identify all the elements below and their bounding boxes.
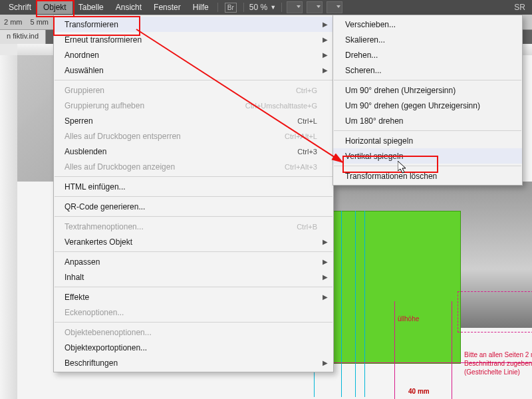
menu-item-label: Erneut transformieren [65, 35, 317, 45]
measurement-2: 5 mm [27, 18, 53, 26]
cyan-guide[interactable] [341, 211, 342, 397]
menu-item: Gruppierung aufhebenCtrl+Umschalttaste+G [54, 98, 333, 113]
menu-item[interactable]: SperrenCtrl+L [54, 113, 333, 128]
menu-tabelle[interactable]: Tabelle [72, 1, 110, 14]
menu-item: Alles auf Druckbogen entsperrenCtrl+Alt+… [54, 128, 333, 144]
note-line: Beschnittrand zugeben! [464, 359, 532, 368]
menu-item-label: Beschriftungen [65, 358, 317, 368]
menu-separator [55, 80, 332, 80]
menu-item[interactable]: Anordnen▶ [54, 47, 333, 63]
submenu-arrow-icon: ▶ [323, 293, 328, 301]
menu-item: GruppierenCtrl+G [54, 82, 333, 98]
menu-item-label: Anordnen [65, 51, 317, 60]
cyan-guide[interactable] [355, 211, 356, 397]
menu-item[interactable]: Drehen... [333, 47, 522, 63]
menu-separator [55, 322, 332, 323]
annotation-highlight [36, 0, 74, 17]
menu-item[interactable]: Um 180° drehen [333, 113, 522, 128]
menu-ansicht[interactable]: Ansicht [110, 1, 148, 14]
annotation-highlight [342, 156, 438, 173]
magenta-dashed-box[interactable] [458, 291, 532, 332]
menu-shortcut: Ctrl+G [296, 86, 317, 94]
menu-item[interactable]: AusblendenCtrl+3 [54, 144, 333, 159]
menu-item-label: Textrahmenoptionen... [65, 222, 297, 231]
menu-hilfe[interactable]: Hilfe [187, 1, 215, 14]
menu-separator [55, 196, 332, 197]
menu-item[interactable]: Objektexportoptionen... [54, 340, 333, 355]
zoom-selector[interactable]: 50 %▼ [249, 3, 276, 12]
chevron-down-icon: ▼ [270, 4, 276, 11]
cyan-guide[interactable] [364, 211, 365, 397]
menu-separator [55, 251, 332, 252]
menu-item[interactable]: Scheren... [333, 63, 522, 78]
measurement-1: 2 mm [0, 18, 27, 26]
menu-item[interactable]: Verschieben... [333, 17, 522, 32]
workspace-label[interactable]: SR [514, 3, 525, 12]
menu-shortcut: Ctrl+L [297, 117, 317, 125]
menu-item-label: Alles auf Druckbogen entsperren [65, 132, 285, 141]
menu-item-label: Gruppieren [65, 86, 296, 95]
menu-item[interactable]: Inhalt▶ [54, 269, 333, 285]
annotation-text: üllhöhe [398, 315, 419, 323]
menu-item-label: Effekte [65, 293, 317, 302]
menu-item-label: Scheren... [345, 66, 382, 75]
magenta-guide[interactable] [394, 301, 395, 399]
menu-item-label: QR-Code generieren... [65, 202, 317, 211]
menubar-separator [217, 3, 218, 12]
menu-item[interactable]: Effekte▶ [54, 289, 333, 305]
submenu-arrow-icon: ▶ [323, 21, 328, 28]
menu-item[interactable]: Um 90° drehen (gegen Uhrzeigersinn) [333, 98, 522, 113]
menu-item[interactable]: Auswählen▶ [54, 63, 333, 78]
menu-separator [55, 176, 332, 177]
vertical-ruler[interactable] [0, 55, 18, 399]
menu-item: Objektebenenoptionen... [54, 325, 333, 340]
menu-item[interactable]: Verankertes Objekt▶ [54, 234, 333, 249]
magenta-guide[interactable] [452, 301, 452, 399]
menu-item[interactable]: HTML einfügen... [54, 179, 333, 194]
menu-item-label: Objektexportoptionen... [65, 343, 317, 352]
submenu-arrow-icon: ▶ [323, 258, 328, 265]
submenu-arrow-icon: ▶ [323, 66, 328, 74]
menu-item-label: Auswählen [65, 66, 317, 75]
menu-item-label: Sperren [65, 116, 297, 126]
view-options-button[interactable] [287, 1, 303, 13]
menu-separator [334, 130, 521, 131]
menu-item-label: Objektebenenoptionen... [65, 328, 317, 337]
note-line: (Gestrichelte Linie) [464, 368, 532, 376]
menubar: Schrift Objekt Tabelle Ansicht Fenster H… [0, 0, 532, 15]
menu-item-label: Inhalt [65, 273, 317, 282]
menu-item[interactable]: Um 90° drehen (Uhrzeigersinn) [333, 82, 522, 98]
screen-mode-button[interactable] [307, 1, 323, 13]
menu-item-label: Alles auf Druckbogen anzeigen [65, 162, 285, 172]
menu-fenster[interactable]: Fenster [148, 1, 187, 14]
submenu-arrow-icon: ▶ [323, 51, 328, 59]
menu-shortcut: Ctrl+Umschalttaste+G [245, 102, 317, 110]
menu-item[interactable]: Horizontal spiegeln [333, 133, 522, 148]
submenu-arrow-icon: ▶ [323, 273, 328, 281]
menu-item-label: Verankertes Objekt [65, 237, 317, 247]
dimension-label: 40 mm [408, 388, 430, 395]
menu-shortcut: Ctrl+B [297, 223, 317, 231]
zoom-value: 50 % [249, 3, 267, 12]
menu-item-label: Verschieben... [345, 20, 396, 29]
menu-item-label: Gruppierung aufheben [65, 101, 245, 110]
submenu-arrow-icon: ▶ [323, 238, 328, 245]
menu-separator [55, 287, 332, 287]
menu-item[interactable]: Anpassen▶ [54, 254, 333, 269]
menu-item-label: Um 180° drehen [345, 116, 404, 126]
arrange-button[interactable] [327, 1, 342, 13]
menu-separator [55, 216, 332, 217]
menu-item-label: Ausblenden [65, 147, 297, 156]
menu-item-label: Um 90° drehen (Uhrzeigersinn) [345, 86, 456, 95]
menu-item[interactable]: QR-Code generieren... [54, 199, 333, 214]
menu-schrift[interactable]: Schrift [3, 1, 37, 14]
submenu-arrow-icon: ▶ [323, 359, 328, 366]
menubar-separator [243, 3, 244, 12]
menu-item-label: Skalieren... [345, 35, 385, 45]
menu-item[interactable]: Beschriftungen▶ [54, 355, 333, 370]
bridge-icon[interactable]: Br [225, 3, 237, 13]
menu-item-label: HTML einfügen... [65, 182, 317, 192]
menu-shortcut: Ctrl+Alt+L [285, 132, 317, 140]
submenu-arrow-icon: ▶ [323, 36, 328, 43]
menu-item[interactable]: Skalieren... [333, 32, 522, 47]
